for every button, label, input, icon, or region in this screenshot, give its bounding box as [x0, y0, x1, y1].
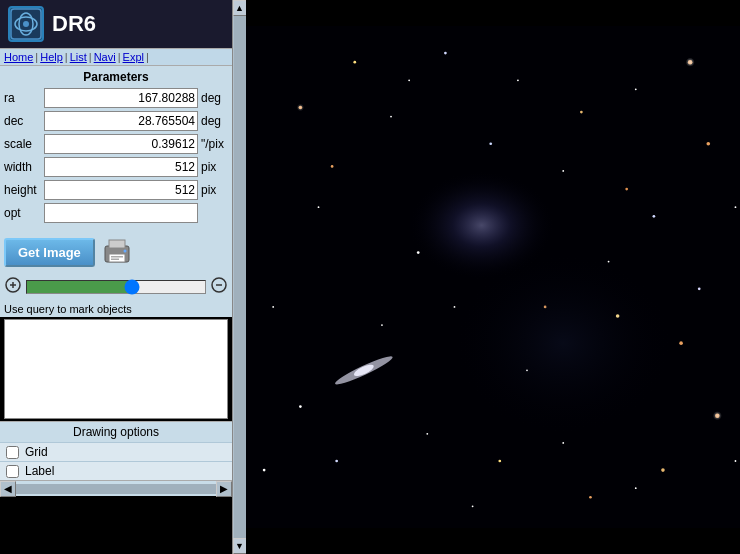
scroll-right-button[interactable]: ▶ — [216, 481, 232, 497]
drawing-option-label: Label — [0, 461, 232, 480]
svg-point-9 — [123, 250, 126, 253]
param-ra-input[interactable] — [44, 88, 198, 108]
svg-point-46 — [335, 460, 338, 463]
svg-point-36 — [318, 206, 320, 208]
params-section: Parameters ra deg dec deg scale "/pix wi… — [0, 66, 232, 230]
svg-point-22 — [625, 188, 628, 191]
app-header: DR6 — [0, 0, 232, 48]
svg-point-21 — [706, 142, 710, 146]
svg-rect-7 — [111, 256, 123, 258]
svg-point-54 — [735, 460, 737, 462]
param-height-unit: pix — [198, 183, 228, 197]
app-title: DR6 — [52, 11, 96, 37]
param-dec: dec deg — [4, 111, 228, 131]
svg-point-34 — [489, 142, 492, 145]
svg-point-37 — [417, 251, 420, 254]
svg-rect-6 — [109, 254, 125, 262]
param-dec-label: dec — [4, 114, 44, 128]
nav-expl[interactable]: Expl — [123, 51, 144, 63]
nav-help[interactable]: Help — [40, 51, 63, 63]
nav-home[interactable]: Home — [4, 51, 33, 63]
param-opt-label: opt — [4, 206, 44, 220]
svg-point-57 — [498, 460, 501, 463]
drawing-options-title: Drawing options — [0, 422, 232, 442]
svg-point-53 — [263, 469, 266, 472]
param-ra: ra deg — [4, 88, 228, 108]
svg-point-50 — [653, 215, 656, 218]
svg-point-35 — [562, 170, 564, 172]
zoom-in-icon[interactable] — [4, 276, 22, 297]
svg-point-28 — [661, 468, 665, 472]
svg-point-61 — [454, 253, 672, 434]
svg-rect-5 — [109, 240, 125, 248]
zoom-out-icon[interactable] — [210, 276, 228, 297]
svg-point-29 — [589, 496, 592, 499]
param-dec-input[interactable] — [44, 111, 198, 131]
scroll-up-button[interactable]: ▲ — [233, 0, 247, 16]
grid-label: Grid — [25, 445, 48, 459]
grid-checkbox[interactable] — [6, 446, 19, 459]
print-icon[interactable] — [101, 236, 133, 268]
svg-point-41 — [381, 324, 383, 326]
scroll-down-button[interactable]: ▼ — [233, 538, 247, 554]
svg-point-33 — [390, 116, 392, 118]
param-height-label: height — [4, 183, 44, 197]
nav-navi[interactable]: Navi — [94, 51, 116, 63]
svg-point-44 — [426, 433, 428, 435]
svg-point-40 — [454, 306, 456, 308]
svg-point-59 — [713, 411, 722, 420]
svg-point-3 — [23, 21, 29, 27]
svg-point-49 — [408, 79, 410, 81]
get-image-button[interactable]: Get Image — [4, 238, 95, 267]
sdss-logo — [8, 6, 44, 42]
vertical-scrollbar[interactable]: ▲ ▼ — [232, 0, 246, 554]
params-title: Parameters — [4, 70, 228, 84]
button-row: Get Image — [0, 230, 232, 274]
nav-list[interactable]: List — [70, 51, 87, 63]
param-height-input[interactable] — [44, 180, 198, 200]
svg-point-30 — [444, 52, 447, 55]
param-width-unit: pix — [198, 160, 228, 174]
svg-point-20 — [580, 111, 583, 114]
svg-point-51 — [735, 206, 737, 208]
scroll-left-button[interactable]: ◀ — [0, 481, 16, 497]
svg-point-45 — [562, 442, 564, 444]
param-scale-label: scale — [4, 137, 44, 151]
label-label: Label — [25, 464, 54, 478]
svg-point-58 — [686, 58, 695, 67]
param-scale-input[interactable] — [44, 134, 198, 154]
astronomical-image-panel — [246, 0, 740, 554]
svg-rect-8 — [111, 259, 119, 261]
horizontal-scrollbar[interactable]: ◀ ▶ — [0, 480, 232, 496]
svg-point-60 — [297, 104, 304, 111]
svg-point-52 — [272, 306, 274, 308]
scroll-track — [16, 484, 216, 494]
zoom-row — [0, 274, 232, 299]
param-opt: opt — [4, 203, 228, 223]
param-opt-input[interactable] — [44, 203, 198, 223]
param-width-input[interactable] — [44, 157, 198, 177]
label-checkbox[interactable] — [6, 465, 19, 478]
svg-point-43 — [299, 405, 302, 408]
svg-point-55 — [353, 61, 356, 64]
svg-point-47 — [635, 487, 637, 489]
param-ra-unit: deg — [198, 91, 228, 105]
vertical-scroll-track — [234, 16, 246, 538]
svg-point-39 — [698, 287, 701, 290]
query-results-box — [4, 319, 228, 419]
svg-point-48 — [472, 505, 474, 507]
param-ra-label: ra — [4, 91, 44, 105]
param-width: width pix — [4, 157, 228, 177]
zoom-slider[interactable] — [26, 280, 206, 294]
svg-point-31 — [517, 79, 519, 81]
query-text: Use query to mark objects — [0, 299, 232, 317]
param-width-label: width — [4, 160, 44, 174]
param-dec-unit: deg — [198, 114, 228, 128]
drawing-options-section: Drawing options Grid Label — [0, 421, 232, 480]
svg-point-26 — [679, 341, 683, 345]
nav-bar: Home | Help | List | Navi | Expl | — [0, 48, 232, 66]
param-scale-unit: "/pix — [198, 137, 228, 151]
drawing-option-grid: Grid — [0, 442, 232, 461]
astro-image — [246, 0, 740, 554]
param-scale: scale "/pix — [4, 134, 228, 154]
